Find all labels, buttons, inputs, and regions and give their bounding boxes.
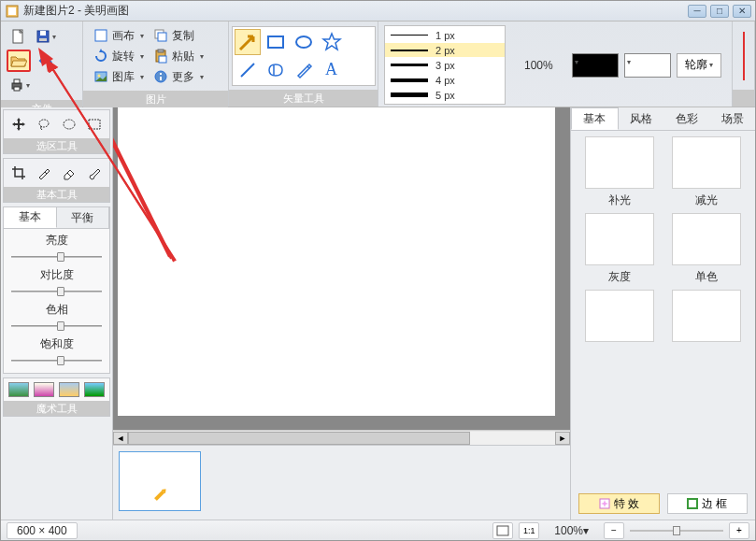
hue-slider[interactable]: 色相 (4, 298, 109, 333)
effect-blank-2[interactable] (668, 290, 747, 359)
right-tab-basic[interactable]: 基本 (571, 107, 619, 130)
basic-tool-section: 基本工具 (3, 158, 110, 203)
effect-mono[interactable]: 单色 (668, 213, 747, 282)
brightness-slider[interactable]: 亮度 (4, 229, 109, 263)
right-tab-color[interactable]: 色彩 (664, 107, 710, 130)
line-weight-1px[interactable]: 1 px (385, 28, 505, 42)
svg-rect-37 (497, 526, 508, 535)
effect-blank-1[interactable] (580, 290, 659, 359)
right-tab-style[interactable]: 风格 (619, 107, 664, 130)
line-weight-5px[interactable]: 5 px (385, 88, 505, 102)
undo-button[interactable] (35, 50, 57, 72)
magic-preset-4[interactable] (84, 382, 105, 397)
page-thumbnails (113, 445, 570, 520)
svg-rect-1 (8, 7, 16, 15)
svg-rect-9 (95, 30, 107, 41)
right-panel: 基本 风格 色彩 场景 补光 减光 灰度 单色 特 效 边 框 (570, 107, 755, 520)
rotate-button[interactable]: 旋转 (89, 46, 149, 66)
star-shape-tool[interactable] (319, 29, 345, 55)
outline-style-button[interactable]: 轮廓 (677, 53, 721, 78)
svg-rect-18 (160, 77, 162, 80)
crop-tool[interactable] (8, 163, 29, 183)
canvas[interactable] (118, 107, 555, 416)
canvas-button[interactable]: 画布 (89, 25, 149, 46)
line-weight-4px[interactable]: 4 px (385, 73, 505, 87)
canvas-viewport[interactable] (113, 107, 570, 430)
arrow-shape-tool[interactable] (235, 29, 261, 55)
svg-rect-20 (268, 36, 283, 48)
rectangle-shape-tool[interactable] (263, 29, 289, 55)
fit-screen-button[interactable] (492, 522, 513, 539)
svg-point-11 (98, 75, 101, 78)
svg-rect-30 (154, 491, 164, 501)
tab-balance-adjust[interactable]: 平衡 (57, 207, 110, 228)
svg-rect-8 (14, 87, 20, 91)
open-file-button[interactable] (7, 50, 31, 72)
ellipse-select-tool[interactable] (59, 114, 79, 135)
svg-rect-26 (89, 120, 100, 129)
svg-rect-13 (158, 33, 166, 41)
eyedropper-tool[interactable] (34, 163, 54, 183)
saturation-slider[interactable]: 饱和度 (4, 333, 109, 367)
svg-rect-16 (159, 56, 166, 63)
border-tab-button[interactable]: 边 框 (667, 493, 749, 514)
zoom-out-button[interactable]: − (604, 522, 624, 539)
text-shape-tool[interactable]: A (319, 57, 345, 83)
ribbon-group-vector: 矢量工具 (229, 90, 378, 107)
close-button[interactable]: ✕ (733, 5, 751, 18)
print-button[interactable] (7, 74, 33, 96)
more-button[interactable]: 更多 (149, 66, 208, 87)
svg-rect-19 (160, 73, 162, 75)
contrast-slider[interactable]: 对比度 (4, 263, 109, 298)
page-thumbnail-1[interactable] (119, 451, 201, 511)
right-tab-scene[interactable]: 场景 (709, 107, 755, 130)
magic-section-label: 魔术工具 (4, 401, 109, 416)
svg-point-21 (296, 36, 311, 48)
new-file-button[interactable] (7, 25, 29, 48)
horizontal-scrollbar[interactable]: ◄ ► (113, 430, 570, 445)
titlebar: 新建图片2 - 美明画图 ─ □ ✕ (1, 1, 755, 21)
line-shape-tool[interactable] (235, 57, 261, 83)
actual-size-button[interactable]: 1:1 (519, 522, 539, 539)
adjustment-section: 基本 平衡 亮度 对比度 色相 饱和度 (3, 206, 110, 374)
magic-preset-1[interactable] (8, 382, 29, 397)
zoom-in-button[interactable]: + (729, 522, 749, 539)
background-color-swatch[interactable] (624, 53, 671, 78)
save-button[interactable] (33, 25, 59, 48)
app-icon (5, 4, 20, 19)
ribbon-group-picture: 图片 (83, 91, 228, 107)
zoom-readout: 100% ▾ (545, 522, 598, 539)
magic-preset-2[interactable] (34, 382, 54, 397)
rounded-rect-shape-tool[interactable] (263, 57, 289, 83)
effects-tab-button[interactable]: 特 效 (578, 493, 660, 514)
effect-fill-light[interactable]: 补光 (580, 136, 659, 206)
selection-section-label: 选区工具 (4, 138, 109, 153)
lasso-tool[interactable] (34, 114, 54, 135)
svg-rect-7 (14, 79, 20, 83)
ribbon-group-preview (733, 90, 754, 107)
scroll-left-button[interactable]: ◄ (113, 432, 128, 445)
zoom-slider[interactable] (630, 524, 723, 537)
move-tool[interactable] (8, 114, 29, 135)
library-button[interactable]: 图库 (89, 66, 149, 87)
maximize-button[interactable]: □ (710, 5, 729, 18)
foreground-color-swatch[interactable] (572, 53, 619, 78)
effect-grayscale[interactable]: 灰度 (580, 213, 659, 282)
border-icon (687, 498, 698, 509)
copy-button[interactable]: 复制 (149, 25, 208, 46)
scroll-right-button[interactable]: ► (555, 432, 570, 445)
line-weight-3px[interactable]: 3 px (385, 58, 505, 72)
rect-select-tool[interactable] (84, 114, 105, 135)
eraser-tool[interactable] (59, 163, 79, 183)
svg-rect-32 (688, 499, 697, 508)
ellipse-shape-tool[interactable] (291, 29, 317, 55)
line-weight-2px[interactable]: 2 px (385, 43, 505, 57)
minimize-button[interactable]: ─ (688, 5, 706, 18)
pen-shape-tool[interactable] (291, 57, 317, 83)
main-area: 选区工具 基本工具 基本 平衡 亮度 对比度 (1, 107, 755, 520)
paste-button[interactable]: 粘贴 (149, 46, 208, 66)
brush-tool[interactable] (84, 163, 105, 183)
tab-basic-adjust[interactable]: 基本 (4, 207, 57, 228)
magic-preset-3[interactable] (59, 382, 79, 397)
effect-reduce-light[interactable]: 减光 (668, 136, 747, 206)
